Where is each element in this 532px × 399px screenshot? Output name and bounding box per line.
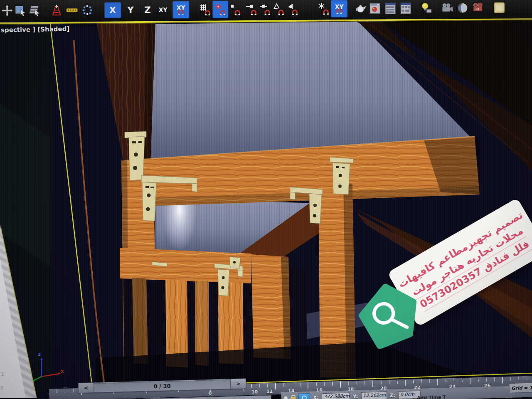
constraint-y-label: Y [127,6,133,15]
snap-toggle-xy-button[interactable]: XY [173,1,189,18]
magnet-icon [336,9,342,14]
y-coord-label: Y: [353,393,358,399]
toolbar-separator [44,5,44,16]
ruler-number: 10 [251,389,258,394]
midpoint-snap-icon[interactable] [259,2,271,17]
environment-sphere-icon[interactable] [456,0,469,15]
watermark-tag [354,278,425,352]
axis-x-label: x [61,368,64,374]
y-coord-field[interactable]: 12.262cm [361,392,387,399]
z-coord-label: Z: [389,392,395,398]
left-edge-number-1: 1 [1,371,4,377]
snap-toggle-icon[interactable] [213,1,228,18]
select-by-layer-icon[interactable] [28,3,41,18]
constraint-x-button[interactable]: X [105,2,121,17]
perspective-viewport[interactable] [0,0,532,399]
constraint-z-button[interactable]: Z [141,2,154,17]
left-edge-number-2: 2 [0,385,3,391]
prev-frame-button[interactable]: < [79,383,94,393]
mirror-icon[interactable] [50,3,63,18]
grid-spacing-readout: Grid = 10. [509,382,532,393]
rendered-frame-window-icon[interactable] [493,0,505,15]
main-toolbar: X Y Z XY XY XY [0,0,532,22]
snap-toggle-xy-2-button[interactable]: XY [331,0,347,17]
x-coord-label: X: [313,394,319,399]
chevron-down-icon[interactable] [63,386,68,391]
video-camera-icon[interactable] [441,0,453,15]
render-dialog-icon[interactable] [399,1,412,16]
add-time-tag[interactable]: Add Time T [417,394,446,399]
ruler-number: 0 [209,390,212,396]
pivot-snap-icon[interactable] [318,1,330,16]
select-region-icon[interactable] [15,3,27,18]
render-teapot-icon[interactable] [355,1,367,16]
grid-snap-icon[interactable] [199,2,212,17]
light-setup-icon[interactable] [421,1,433,16]
constraint-y-button[interactable]: Y [124,2,137,17]
tag-shape [359,283,419,347]
material-editor-icon[interactable] [369,1,381,16]
endpoint-snap-icon[interactable] [245,2,258,17]
axis-z-label: z [38,351,41,357]
vertex-snap-icon[interactable] [229,2,241,17]
select-and-manipulate-icon[interactable] [81,3,94,18]
selection-dot-icon[interactable] [284,396,288,399]
absolute-mode-toggle[interactable] [298,393,310,399]
constraint-xy-button[interactable]: XY [157,2,169,17]
select-and-move-icon[interactable] [1,3,13,18]
ruler-number: 12 [266,389,273,394]
viewport-label[interactable]: spective ] [Shaded] [1,25,70,34]
constraint-z-label: Z [144,5,150,14]
magnet-icon [177,10,184,15]
measure-ruler-icon[interactable] [66,3,78,18]
selection-lock-icon[interactable] [291,397,296,399]
constraint-xy-label: XY [159,7,167,13]
render-production-icon[interactable] [472,0,484,15]
edge-snap-icon[interactable] [273,2,285,17]
face-snap-icon[interactable] [286,2,299,17]
render-setup-icon[interactable] [384,1,397,16]
constraint-x-label: X [109,6,116,15]
next-frame-button[interactable]: > [230,379,246,389]
x-coord-field[interactable]: 372.588cm [322,392,350,399]
